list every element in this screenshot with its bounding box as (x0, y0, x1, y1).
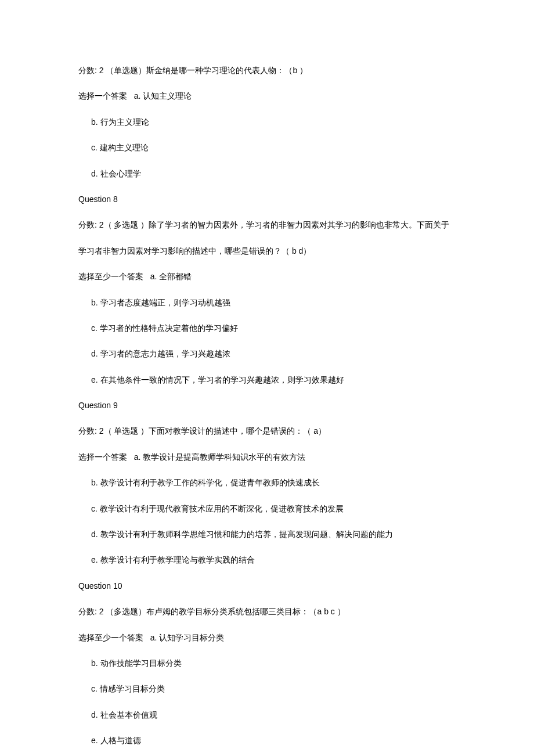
q7-option-b: b. 行为主义理论 (78, 116, 456, 128)
q8-option-b: b. 学习者态度越端正，则学习动机越强 (78, 296, 456, 309)
q8-option-e: e. 在其他条件一致的情况下，学习者的学习兴趣越浓，则学习效果越好 (78, 373, 456, 386)
q8-header: Question 8 (78, 193, 456, 206)
q8-stem-line2: 学习者非智力因素对学习影响的描述中，哪些是错误的？（ b d） (78, 244, 456, 257)
q8-option-a: a. 全部都错 (150, 272, 192, 281)
q9-option-b: b. 教学设计有利于教学工作的科学化，促进青年教师的快速成长 (78, 476, 456, 489)
q10-header: Question 10 (78, 579, 456, 592)
q10-option-c: c. 情感学习目标分类 (78, 682, 456, 695)
q8-choose-label: 选择至少一个答案 (78, 272, 143, 281)
q7-option-d: d. 社会心理学 (78, 167, 456, 180)
q7-option-c: c. 建构主义理论 (78, 141, 456, 154)
q8-choose-row: 选择至少一个答案 a. 全部都错 (78, 270, 456, 283)
q7-stem: 分数: 2 （单选题）斯金纳是哪一种学习理论的代表人物：（b ） (78, 64, 456, 77)
q7-choose-row: 选择一个答案 a. 认知主义理论 (78, 89, 456, 102)
q10-option-e: e. 人格与道德 (78, 734, 456, 747)
q8-stem-line1: 分数: 2（ 多选题 ）除了学习者的智力因素外，学习者的非智力因素对其学习的影响… (78, 218, 456, 231)
q9-choose-row: 选择一个答案 a. 教学设计是提高教师学科知识水平的有效方法 (78, 451, 456, 463)
q9-choose-label: 选择一个答案 (78, 452, 127, 462)
q9-header: Question 9 (78, 399, 456, 412)
q7-choose-label: 选择一个答案 (78, 91, 127, 100)
q10-stem: 分数: 2 （多选题）布卢姆的教学目标分类系统包括哪三类目标：（a b c ） (78, 605, 456, 618)
q9-option-a: a. 教学设计是提高教师学科知识水平的有效方法 (134, 452, 306, 462)
q10-option-a: a. 认知学习目标分类 (150, 633, 225, 642)
q9-option-c: c. 教学设计有利于现代教育技术应用的不断深化，促进教育技术的发展 (78, 502, 456, 515)
q8-option-c: c. 学习者的性格特点决定着他的学习偏好 (78, 322, 456, 334)
q8-option-d: d. 学习者的意志力越强，学习兴趣越浓 (78, 347, 456, 360)
q10-option-d: d. 社会基本价值观 (78, 708, 456, 721)
q10-choose-label: 选择至少一个答案 (78, 633, 143, 642)
q10-option-b: b. 动作技能学习目标分类 (78, 657, 456, 669)
q10-choose-row: 选择至少一个答案 a. 认知学习目标分类 (78, 631, 456, 644)
q7-option-a: a. 认知主义理论 (134, 91, 192, 100)
q9-option-d: d. 教学设计有利于教师科学思维习惯和能力的培养，提高发现问题、解决问题的能力 (78, 528, 456, 541)
q9-option-e: e. 教学设计有利于教学理论与教学实践的结合 (78, 553, 456, 566)
q9-stem: 分数: 2（ 单选题 ）下面对教学设计的描述中，哪个是错误的：（ a） (78, 424, 456, 437)
